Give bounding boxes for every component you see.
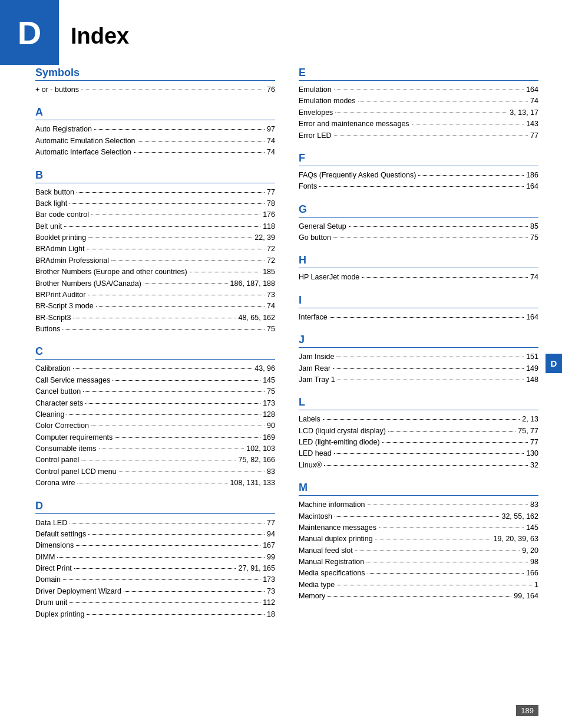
index-entry: Buttons75 xyxy=(35,324,275,335)
entry-page: 148 xyxy=(526,374,538,386)
entry-name: Go button xyxy=(299,232,331,243)
entry-dots xyxy=(368,573,524,574)
entry-page: 145 xyxy=(526,522,538,533)
entry-page: 74 xyxy=(530,95,538,107)
entry-dots xyxy=(88,534,265,535)
index-entry: Booklet printing22, 39 xyxy=(35,232,275,243)
entry-dots xyxy=(330,317,524,318)
entry-dots xyxy=(328,596,511,597)
entry-page: 143 xyxy=(526,118,538,130)
entry-name: Emulation modes xyxy=(299,95,356,107)
entry-page: 75 xyxy=(530,232,538,243)
entry-name: Drum unit xyxy=(35,597,67,608)
entry-dots xyxy=(87,249,265,249)
entry-dots xyxy=(111,261,265,261)
entry-name: Error and maintenance messages xyxy=(299,118,409,130)
entry-name: BR-Script 3 mode xyxy=(35,301,94,312)
index-entry: Consumable items102, 103 xyxy=(35,443,275,454)
index-entry: Default settings94 xyxy=(35,529,275,540)
chapter-letter-box: D xyxy=(0,0,59,65)
index-entry: Domain173 xyxy=(35,574,275,585)
index-entry: Fonts164 xyxy=(299,181,538,192)
index-entry: Cancel button75 xyxy=(35,386,275,397)
index-entry: Auto Registration97 xyxy=(35,124,275,135)
entry-dots xyxy=(362,277,528,278)
index-entry: Back light78 xyxy=(35,198,275,209)
entry-dots xyxy=(355,551,520,551)
entry-name: Emulation xyxy=(299,84,332,95)
entry-dots xyxy=(63,579,260,580)
section-b: BBack button77Back light78Bar code contr… xyxy=(35,169,275,335)
entry-dots xyxy=(94,129,265,130)
left-column: Symbols+ or - buttons76AAuto Registratio… xyxy=(35,67,275,631)
entry-page: 72 xyxy=(267,243,275,255)
entry-page: 3, 13, 17 xyxy=(510,107,538,118)
index-entry: Jam Inside151 xyxy=(299,351,538,363)
entry-dots xyxy=(77,192,265,193)
section-header: E xyxy=(299,67,538,81)
entry-dots xyxy=(337,585,532,585)
entry-page: 164 xyxy=(526,84,538,95)
entry-name: Error LED xyxy=(299,130,332,141)
index-entry: Color Correction90 xyxy=(35,420,275,431)
index-entry: BR-Script 3 mode74 xyxy=(35,301,275,312)
section-symbols: Symbols+ or - buttons76 xyxy=(35,67,275,95)
section-header: M xyxy=(299,482,538,496)
index-entry: Dimensions167 xyxy=(35,540,275,551)
entry-dots xyxy=(190,272,260,272)
entry-name: General Setup xyxy=(299,221,346,232)
entry-dots xyxy=(57,557,265,558)
entry-name: Cleaning xyxy=(35,409,64,420)
index-entry: Manual feed slot9, 20 xyxy=(299,545,538,556)
section-j: JJam Inside151Jam Rear149Jam Tray 1148 xyxy=(299,334,538,386)
index-entry: Memory99, 164 xyxy=(299,591,538,602)
entry-name: Default settings xyxy=(35,529,86,540)
entry-page: 32 xyxy=(530,460,538,471)
entry-name: Automatic Interface Selection xyxy=(35,147,131,158)
index-entry: Brother Numbers (Europe and other countr… xyxy=(35,266,275,278)
entry-name: BRAdmin Light xyxy=(35,243,84,255)
entry-page: 99 xyxy=(267,552,275,563)
entry-dots xyxy=(76,545,260,546)
entry-dots xyxy=(334,453,524,454)
page-number: 189 xyxy=(516,705,538,716)
entry-dots xyxy=(91,215,260,215)
entry-page: 167 xyxy=(263,540,275,551)
entry-name: Dimensions xyxy=(35,540,74,551)
entry-name: Duplex printing xyxy=(35,609,84,620)
entry-name: Booklet printing xyxy=(35,232,86,243)
index-entry: Belt unit118 xyxy=(35,221,275,232)
entry-page: 90 xyxy=(267,420,275,431)
entry-page: 151 xyxy=(526,351,538,363)
entry-dots xyxy=(375,539,491,539)
entry-name: Automatic Emulation Selection xyxy=(35,136,135,147)
entry-dots xyxy=(335,113,507,113)
entry-name: HP LaserJet mode xyxy=(299,272,359,283)
entry-name: Calibration xyxy=(35,363,71,374)
entry-dots xyxy=(88,238,252,238)
entry-name: Envelopes xyxy=(299,107,333,118)
entry-name: Linux® xyxy=(299,460,322,471)
entry-page: 112 xyxy=(263,597,275,608)
entry-name: + or - buttons xyxy=(35,84,79,95)
entry-name: Jam Inside xyxy=(299,351,334,363)
entry-dots xyxy=(70,602,260,603)
entry-dots xyxy=(358,101,528,101)
section-c: CCalibration43, 96Call Service messages1… xyxy=(35,345,275,489)
entry-page: 185 xyxy=(263,266,275,278)
entry-page: 32, 55, 162 xyxy=(501,511,538,522)
section-g: GGeneral Setup85Go button75 xyxy=(299,203,538,244)
entry-page: 77 xyxy=(267,518,275,529)
index-entry: Character sets173 xyxy=(35,398,275,409)
entry-dots xyxy=(382,442,528,443)
entry-name: Belt unit xyxy=(35,221,62,232)
entry-page: 128 xyxy=(263,409,275,420)
entry-page: 166 xyxy=(526,568,538,579)
entry-name: Bar code control xyxy=(35,209,89,220)
entry-name: Character sets xyxy=(35,398,83,409)
entry-page: 176 xyxy=(263,209,275,220)
index-entry: HP LaserJet mode74 xyxy=(299,272,538,283)
index-entry: LED (light-emiting diode)77 xyxy=(299,437,538,448)
entry-dots xyxy=(81,90,265,90)
entry-name: Control panel LCD menu xyxy=(35,466,117,477)
